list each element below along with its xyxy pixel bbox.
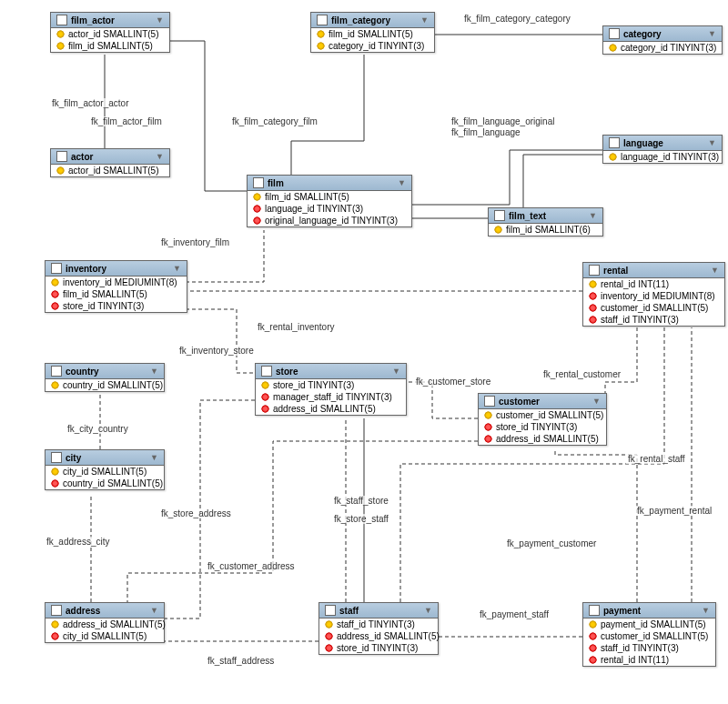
table-category[interactable]: category▼category_id TINYINT(3) — [602, 25, 723, 55]
table-body: actor_id SMALLINT(5)film_id SMALLINT(5) — [51, 28, 169, 52]
table-film[interactable]: film▼film_id SMALLINT(5)language_id TINY… — [247, 175, 412, 227]
fk-label: fk_store_address — [159, 508, 233, 518]
table-header[interactable]: staff▼ — [319, 603, 438, 619]
table-row: payment_id SMALLINT(5) — [583, 619, 715, 630]
table-rental[interactable]: rental▼rental_id INT(11)inventory_id MED… — [582, 262, 725, 327]
column-name: customer_id SMALLINT(5) — [496, 410, 603, 420]
column-name: payment_id SMALLINT(5) — [601, 619, 706, 629]
column-name: language_id TINYINT(3) — [621, 152, 719, 162]
chevron-down-icon[interactable]: ▼ — [392, 367, 400, 376]
chevron-down-icon[interactable]: ▼ — [150, 453, 158, 462]
column-name: original_language_id TINYINT(3) — [265, 216, 398, 226]
table-customer[interactable]: customer▼customer_id SMALLINT(5)store_id… — [478, 393, 607, 446]
table-header[interactable]: city▼ — [46, 450, 164, 466]
table-header[interactable]: inventory▼ — [46, 261, 187, 277]
diamond-icon — [49, 300, 61, 312]
chevron-down-icon[interactable]: ▼ — [150, 367, 158, 376]
table-row: city_id SMALLINT(5) — [46, 630, 164, 642]
table-country[interactable]: country▼country_id SMALLINT(5) — [45, 363, 165, 392]
table-body: inventory_id MEDIUMINT(8)film_id SMALLIN… — [46, 277, 187, 312]
fk-label: fk_city_country — [66, 424, 130, 434]
table-store[interactable]: store▼store_id TINYINT(3)manager_staff_i… — [255, 363, 407, 416]
table-header[interactable]: customer▼ — [479, 394, 606, 409]
chevron-down-icon[interactable]: ▼ — [711, 266, 719, 275]
table-body: address_id SMALLINT(5)city_id SMALLINT(5… — [46, 619, 164, 642]
fk-label: fk_rental_customer — [541, 369, 622, 379]
diamond-icon — [259, 391, 271, 403]
chevron-down-icon[interactable]: ▼ — [589, 211, 597, 220]
table-icon — [484, 396, 495, 407]
table-row: manager_staff_id TINYINT(3) — [256, 391, 406, 403]
table-row: customer_id SMALLINT(5) — [583, 302, 724, 314]
table-body: country_id SMALLINT(5) — [46, 379, 164, 391]
table-header[interactable]: store▼ — [256, 364, 406, 379]
chevron-down-icon[interactable]: ▼ — [592, 397, 601, 406]
key-icon — [56, 30, 65, 38]
column-name: city_id SMALLINT(5) — [63, 467, 147, 477]
table-row: customer_id SMALLINT(5) — [479, 409, 606, 421]
table-header[interactable]: film_category▼ — [311, 13, 434, 28]
column-name: inventory_id MEDIUMINT(8) — [601, 291, 715, 301]
table-header[interactable]: language▼ — [603, 136, 722, 151]
table-payment[interactable]: payment▼payment_id SMALLINT(5)customer_i… — [582, 602, 716, 667]
table-name: rental — [603, 266, 707, 276]
table-body: language_id TINYINT(3) — [603, 151, 722, 163]
table-inventory[interactable]: inventory▼inventory_id MEDIUMINT(8)film_… — [45, 260, 187, 313]
table-city[interactable]: city▼city_id SMALLINT(5)country_id SMALL… — [45, 449, 165, 490]
fk-label: fk_payment_staff — [478, 609, 551, 619]
fk-label: fk_rental_staff — [626, 454, 687, 464]
table-name: country — [66, 367, 147, 377]
key-icon — [325, 620, 333, 629]
table-staff[interactable]: staff▼staff_id TINYINT(3)address_id SMAL… — [318, 602, 439, 655]
table-row: category_id TINYINT(3) — [603, 42, 722, 54]
table-body: film_id SMALLINT(5)language_id TINYINT(3… — [248, 191, 411, 226]
key-icon — [51, 468, 59, 476]
table-name: film — [268, 178, 394, 188]
table-row: address_id SMALLINT(5) — [256, 403, 406, 415]
table-header[interactable]: payment▼ — [583, 603, 715, 619]
chevron-down-icon[interactable]: ▼ — [150, 606, 158, 615]
fk-label: fk_film_category_film — [230, 116, 319, 126]
table-body: film_id SMALLINT(6) — [489, 224, 602, 236]
column-name: customer_id SMALLINT(5) — [601, 631, 708, 641]
table-row: rental_id INT(11) — [583, 278, 724, 290]
table-header[interactable]: address▼ — [46, 603, 164, 619]
chevron-down-icon[interactable]: ▼ — [708, 138, 716, 147]
chevron-down-icon[interactable]: ▼ — [708, 29, 716, 38]
table-header[interactable]: country▼ — [46, 364, 164, 379]
table-name: customer — [499, 397, 589, 407]
table-header[interactable]: film_actor▼ — [51, 13, 169, 28]
table-icon — [609, 28, 620, 39]
table-film_actor[interactable]: film_actor▼actor_id SMALLINT(5)film_id S… — [50, 12, 170, 53]
column-name: category_id TINYINT(3) — [329, 41, 424, 51]
table-film_category[interactable]: film_category▼film_id SMALLINT(5)categor… — [310, 12, 435, 53]
chevron-down-icon[interactable]: ▼ — [702, 606, 710, 615]
table-name: language — [623, 138, 704, 148]
table-address[interactable]: address▼address_id SMALLINT(5)city_id SM… — [45, 602, 165, 643]
table-header[interactable]: film_text▼ — [489, 208, 602, 224]
fk-label: fk_inventory_film — [159, 237, 231, 247]
table-row: film_id SMALLINT(6) — [489, 224, 602, 236]
table-film_text[interactable]: film_text▼film_id SMALLINT(6) — [488, 207, 603, 236]
fk-label: fk_film_category_category — [462, 14, 572, 24]
table-row: language_id TINYINT(3) — [603, 151, 722, 163]
chevron-down-icon[interactable]: ▼ — [424, 606, 432, 615]
table-header[interactable]: film▼ — [248, 176, 411, 191]
chevron-down-icon[interactable]: ▼ — [398, 178, 406, 187]
table-icon — [261, 366, 272, 377]
column-name: store_id TINYINT(3) — [337, 643, 418, 653]
chevron-down-icon[interactable]: ▼ — [420, 15, 429, 25]
column-name: city_id SMALLINT(5) — [63, 631, 147, 641]
table-header[interactable]: actor▼ — [51, 149, 169, 165]
table-header[interactable]: category▼ — [603, 26, 722, 42]
table-actor[interactable]: actor▼actor_id SMALLINT(5) — [50, 148, 170, 177]
column-name: staff_id TINYINT(3) — [601, 315, 679, 325]
chevron-down-icon[interactable]: ▼ — [173, 264, 181, 273]
fk-label: fk_customer_store — [414, 377, 492, 387]
diamond-icon — [587, 630, 599, 642]
chevron-down-icon[interactable]: ▼ — [156, 15, 164, 25]
table-language[interactable]: language▼language_id TINYINT(3) — [602, 135, 723, 164]
table-header[interactable]: rental▼ — [583, 263, 724, 278]
fk-label: fk_film_actor_actor — [50, 98, 130, 108]
chevron-down-icon[interactable]: ▼ — [156, 152, 164, 161]
